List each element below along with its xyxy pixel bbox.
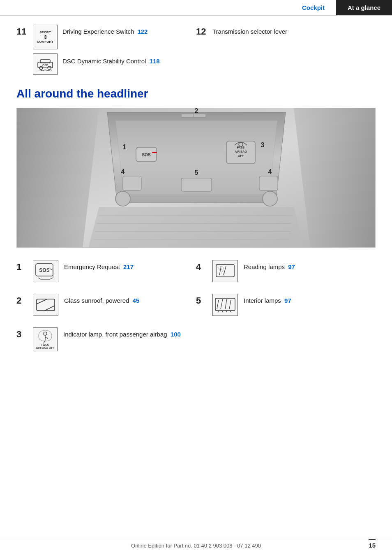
item-3-link[interactable]: 100 xyxy=(171,331,181,338)
svg-text:2: 2 xyxy=(195,108,198,114)
item-1-icon: SOS xyxy=(33,260,58,282)
headliner-image: SOS PASS AIR BAG OFF xyxy=(16,108,376,248)
item-1-text: Emergency Request 217 xyxy=(64,263,134,270)
headliner-svg: SOS PASS AIR BAG OFF xyxy=(17,108,376,248)
item-12: 12 Transmission selector lever xyxy=(196,24,376,37)
svg-rect-3 xyxy=(40,60,50,63)
item-2-label: Glass sunroof, powered xyxy=(64,297,129,304)
item-5-number: 5 xyxy=(196,295,207,306)
item-1-link[interactable]: 217 xyxy=(123,263,134,270)
tab-at-a-glance[interactable]: At a glance xyxy=(336,0,392,15)
item-2-number: 2 xyxy=(16,295,27,306)
svg-text:SOS: SOS xyxy=(142,153,150,157)
item-11-icon: SPORT ⇕ COMFORT xyxy=(33,25,58,49)
svg-line-33 xyxy=(37,299,47,304)
item-2-icon xyxy=(33,294,58,316)
headliner-inner: SOS PASS AIR BAG OFF xyxy=(17,108,375,247)
svg-line-44 xyxy=(229,300,231,309)
bottom-item-4: 4 Reading lamps xyxy=(196,260,376,282)
bottom-right-col: 4 Reading lamps xyxy=(196,260,376,363)
header-tabs: Cockpit At a glance xyxy=(291,0,392,15)
svg-line-42 xyxy=(221,299,223,309)
svg-rect-15 xyxy=(123,176,141,190)
item-11-number: 11 xyxy=(16,26,28,37)
dsc-row: OFF DSC Dynamic Stability Control 118 xyxy=(33,53,376,75)
svg-point-19 xyxy=(263,191,277,206)
svg-text:4: 4 xyxy=(268,168,272,175)
bottom-item-3: 3 PASS AIR BAG OFF Indicator lamp, fron xyxy=(16,327,196,351)
bottom-left-col: 1 SOS Emergency Request 217 2 xyxy=(16,260,196,363)
dsc-icon-svg: OFF xyxy=(36,56,54,72)
svg-text:4: 4 xyxy=(121,168,125,175)
svg-text:OFF: OFF xyxy=(42,64,48,67)
arrow-down-icon: ⇕ xyxy=(43,35,48,40)
svg-text:1: 1 xyxy=(123,144,127,151)
item-5-icon xyxy=(212,294,238,316)
sunroof-icon xyxy=(35,296,56,314)
item-3-label: Indicator lamp, front passenger airbag xyxy=(63,331,167,338)
item-2-text: Glass sunroof, powered 45 xyxy=(64,297,139,304)
svg-line-39 xyxy=(224,266,226,275)
comfort-label: COMFORT xyxy=(37,40,53,44)
item-1-number: 1 xyxy=(16,262,27,272)
svg-rect-37 xyxy=(216,265,234,277)
dsc-label: DSC Dynamic Stability Control xyxy=(62,58,146,65)
dsc-icon: OFF xyxy=(33,53,58,75)
item-11-label: Driving Experience Switch 122 xyxy=(62,28,148,35)
svg-rect-16 xyxy=(259,176,278,190)
svg-text:AIR BAG: AIR BAG xyxy=(235,150,247,153)
page-number: 15 xyxy=(369,539,376,549)
interior-lamp-icon xyxy=(214,296,236,314)
bottom-item-1: 1 SOS Emergency Request 217 xyxy=(16,260,196,282)
dsc-link[interactable]: 118 xyxy=(150,58,160,65)
item-11: 11 SPORT ⇕ COMFORT Driving Experience Sw… xyxy=(16,24,196,49)
item-5-text: Interior lamps 97 xyxy=(244,297,291,304)
item-4-icon xyxy=(212,260,238,282)
item-12-text: Transmission selector lever xyxy=(212,28,287,35)
item-2-link[interactable]: 45 xyxy=(133,297,140,304)
svg-point-18 xyxy=(115,191,130,206)
footer-text: Online Edition for Part no. 01 40 2 903 … xyxy=(131,543,261,549)
sos-icon: SOS xyxy=(35,262,56,280)
svg-text:PASS: PASS xyxy=(42,343,49,346)
reading-lamp-icon xyxy=(214,262,236,280)
svg-text:AIR BAG OFF: AIR BAG OFF xyxy=(36,346,55,349)
dsc-text: DSC Dynamic Stability Control 118 xyxy=(62,58,160,65)
item-3-text: Indicator lamp, front passenger airbag 1… xyxy=(63,331,181,338)
svg-text:OFF: OFF xyxy=(238,154,244,157)
items-row-11-12: 11 SPORT ⇕ COMFORT Driving Experience Sw… xyxy=(16,24,376,49)
item-12-label: Transmission selector lever xyxy=(212,28,287,35)
page-header: Cockpit At a glance xyxy=(0,0,392,16)
svg-text:SOS: SOS xyxy=(39,267,49,273)
section-heading: All around the headliner xyxy=(16,87,376,100)
svg-line-34 xyxy=(45,306,55,311)
bottom-items: 1 SOS Emergency Request 217 2 xyxy=(16,260,376,363)
main-content: 11 SPORT ⇕ COMFORT Driving Experience Sw… xyxy=(0,16,392,379)
item-11-text: Driving Experience Switch 122 xyxy=(62,28,148,35)
tab-cockpit[interactable]: Cockpit xyxy=(291,0,336,15)
item-5-link[interactable]: 97 xyxy=(284,297,291,304)
svg-line-43 xyxy=(225,299,227,309)
item-4-text: Reading lamps 97 xyxy=(244,263,295,270)
svg-line-41 xyxy=(217,300,219,309)
airbag-icon: PASS AIR BAG OFF xyxy=(35,329,56,350)
item-5-label: Interior lamps xyxy=(244,297,281,304)
bottom-item-5: 5 xyxy=(196,294,376,316)
page-footer: Online Edition for Part no. 01 40 2 903 … xyxy=(0,539,392,549)
sport-comfort-icon: SPORT ⇕ COMFORT xyxy=(37,30,53,44)
item-1-label: Emergency Request xyxy=(64,263,120,270)
item-3-number: 3 xyxy=(16,329,27,340)
svg-rect-17 xyxy=(181,178,212,191)
svg-rect-32 xyxy=(37,299,55,311)
item-3-icon: PASS AIR BAG OFF xyxy=(33,327,58,351)
item-4-label: Reading lamps xyxy=(244,263,285,270)
svg-text:5: 5 xyxy=(195,169,198,176)
item-4-number: 4 xyxy=(196,262,207,272)
bottom-item-2: 2 Glass sunroof, powered 45 xyxy=(16,294,196,316)
item-12-number: 12 xyxy=(196,26,208,37)
svg-text:3: 3 xyxy=(261,142,265,149)
item-11-link[interactable]: 122 xyxy=(137,28,148,35)
item-4-link[interactable]: 97 xyxy=(288,263,295,270)
